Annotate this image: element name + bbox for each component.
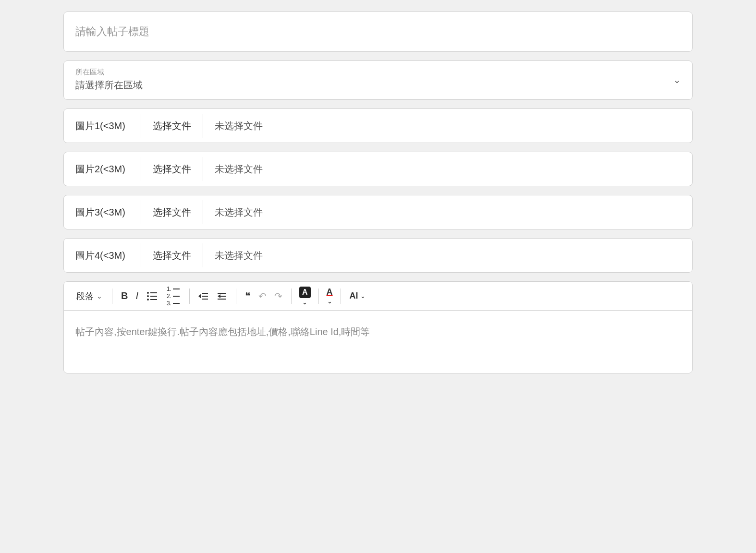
redo-button[interactable]: ↷ (270, 288, 286, 304)
bold-label: B (121, 290, 128, 301)
svg-rect-0 (202, 293, 208, 294)
file-status-1: 未选择文件 (203, 120, 274, 132)
title-field-box (63, 12, 693, 52)
toolbar-divider (318, 289, 319, 304)
file-status-2: 未选择文件 (203, 163, 274, 176)
italic-label: I (135, 290, 138, 301)
chevron-down-icon: ⌄ (673, 75, 681, 85)
paragraph-label: 段落 (76, 290, 94, 302)
choose-file-button-1[interactable]: 选择文件 (141, 120, 203, 132)
choose-file-button-2[interactable]: 选择文件 (141, 163, 203, 176)
toolbar-divider (291, 289, 292, 304)
file-status-4: 未选择文件 (203, 249, 274, 262)
indent-icon (217, 292, 227, 301)
image-upload-3: 圖片3(<3M) 选择文件 未选择文件 (63, 195, 693, 229)
outdent-button[interactable] (195, 289, 213, 303)
form-container: 所在區域 請選擇所在區域 ⌄ 圖片1(<3M) 选择文件 未选择文件 圖片2(<… (63, 12, 693, 373)
image-label-3: 圖片3(<3M) (64, 206, 141, 219)
undo-button[interactable]: ↶ (255, 288, 270, 304)
svg-marker-3 (198, 294, 201, 299)
region-label: 所在區域 (75, 68, 681, 77)
image-label-2: 圖片2(<3M) (64, 163, 141, 176)
file-status-3: 未选择文件 (203, 206, 274, 219)
background-color-icon: A (299, 287, 311, 298)
blockquote-button[interactable]: ❝ (241, 287, 255, 305)
image-upload-2: 圖片2(<3M) 选择文件 未选择文件 (63, 152, 693, 186)
ai-label: AI (350, 291, 358, 301)
chevron-down-icon: ⌄ (97, 292, 102, 300)
editor-content[interactable]: 帖子內容,按enter鍵換行.帖子內容應包括地址,價格,聯絡Line Id,時間… (64, 311, 692, 373)
chevron-down-icon: ⌄ (327, 298, 332, 305)
unordered-list-button[interactable] (142, 288, 162, 304)
ordered-list-icon: 1. 2. 3. (166, 285, 181, 307)
svg-rect-1 (202, 296, 208, 297)
choose-file-button-4[interactable]: 选择文件 (141, 249, 203, 262)
italic-button[interactable]: I (132, 288, 142, 304)
choose-file-button-3[interactable]: 选择文件 (141, 206, 203, 219)
redo-icon: ↷ (274, 291, 282, 301)
chevron-down-icon: ⌄ (302, 299, 307, 306)
image-upload-4: 圖片4(<3M) 选择文件 未选择文件 (63, 238, 693, 273)
bold-button[interactable]: B (117, 288, 132, 304)
toolbar-divider (112, 289, 112, 304)
title-input[interactable] (64, 12, 692, 51)
ai-button[interactable]: AI ⌄ (346, 289, 369, 303)
toolbar-divider (236, 289, 236, 304)
quote-icon: ❝ (245, 290, 251, 302)
undo-icon: ↶ (258, 291, 267, 301)
paragraph-style-dropdown[interactable]: 段落 ⌄ (72, 288, 107, 305)
text-color-icon: A (327, 287, 333, 297)
svg-rect-6 (218, 299, 226, 300)
background-color-button[interactable]: A ⌄ (296, 285, 314, 308)
indent-button[interactable] (213, 289, 231, 303)
toolbar-divider (341, 289, 341, 304)
toolbar-divider (189, 289, 190, 304)
svg-rect-5 (220, 296, 226, 297)
svg-rect-2 (202, 299, 208, 300)
editor-placeholder: 帖子內容,按enter鍵換行.帖子內容應包括地址,價格,聯絡Line Id,時間… (75, 326, 370, 337)
image-label-4: 圖片4(<3M) (64, 249, 141, 262)
svg-rect-4 (218, 293, 226, 294)
region-selector[interactable]: 所在區域 請選擇所在區域 ⌄ (63, 60, 693, 100)
svg-marker-7 (218, 294, 220, 298)
ordered-list-button[interactable]: 1. 2. 3. (162, 282, 184, 310)
chevron-down-icon: ⌄ (360, 292, 366, 300)
image-upload-1: 圖片1(<3M) 选择文件 未选择文件 (63, 108, 693, 143)
outdent-icon (198, 292, 209, 301)
editor-toolbar: 段落 ⌄ B I 1 (64, 282, 692, 311)
image-label-1: 圖片1(<3M) (64, 120, 141, 132)
region-value: 請選擇所在區域 (75, 79, 681, 92)
unordered-list-icon (146, 291, 158, 301)
text-color-button[interactable]: A ⌄ (324, 285, 336, 307)
rich-text-editor: 段落 ⌄ B I 1 (63, 281, 693, 373)
